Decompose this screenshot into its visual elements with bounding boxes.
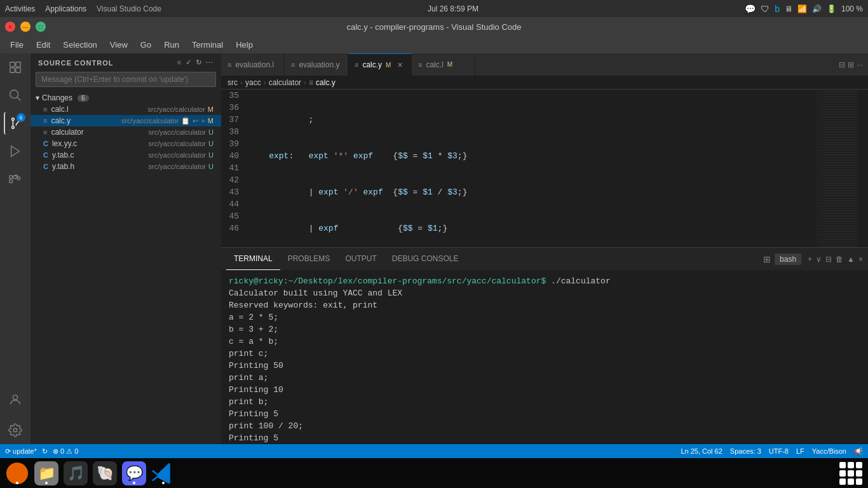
add-icon[interactable]: + [201, 117, 205, 125]
terminal-content[interactable]: ricky@ricky:~/Desktop/lex/compiler-progr… [221, 270, 868, 444]
tab-calc-y[interactable]: ≡ calc.y M × [348, 53, 412, 76]
file-item-calcy[interactable]: ≡ calc.y src/yacc/calculator 📋 ↩ + M [31, 115, 221, 126]
file-item-ytabh[interactable]: C y.tab.h src/yacc/calculator U [31, 161, 221, 172]
bc-item-calculator[interactable]: calculator [269, 78, 301, 87]
shell-add-icon[interactable]: + [808, 255, 812, 264]
tab-evaluation-y[interactable]: ≡ evaluation.y [285, 53, 348, 76]
status-line-ending[interactable]: LF [796, 447, 804, 455]
sidebar-icon-sort[interactable]: ≡ [177, 58, 181, 67]
copy-icon[interactable]: 📋 [181, 117, 190, 125]
tab-close-calc-y[interactable]: × [397, 60, 402, 70]
svg-point-8 [12, 126, 15, 129]
more-actions-icon[interactable]: ··· [857, 60, 863, 69]
svg-point-14 [13, 428, 17, 432]
svg-marker-9 [11, 146, 20, 157]
tab-label-calc-l: calc.l [426, 60, 443, 69]
taskbar-grid[interactable] [839, 461, 863, 485]
close-button[interactable]: × [5, 22, 15, 32]
changes-header[interactable]: ▾ Changes 6 [31, 92, 221, 104]
activity-search[interactable] [4, 84, 27, 107]
svg-rect-1 [16, 62, 20, 67]
file-item-ytabc[interactable]: C y.tab.c src/yacc/calculator U [31, 149, 221, 161]
vscode-label[interactable]: Visual Studio Code [97, 4, 161, 13]
menu-run[interactable]: Run [159, 39, 184, 51]
taskbar-files[interactable]: 📁 [34, 461, 58, 485]
panel-tab-debug[interactable]: DEBUG CONSOLE [384, 248, 466, 270]
status-branch[interactable]: ⟳ update* [5, 447, 37, 456]
sidebar-icon-more[interactable]: ··· [206, 58, 214, 67]
main-layout: 6 SOURCE CONTROL ≡ ✓ ↻ ··· [0, 53, 868, 444]
activity-source-control[interactable]: 6 [4, 112, 27, 135]
code-pane[interactable]: 35 36 37 38 39 40 41 42 43 44 45 46 [221, 90, 868, 247]
undo-icon[interactable]: ↩ [193, 117, 198, 125]
taskbar-firefox[interactable] [5, 461, 29, 485]
kill-terminal-icon[interactable]: 🗑 [836, 255, 843, 264]
file-actions-calcy: 📋 ↩ + [181, 117, 205, 125]
activity-explorer[interactable] [4, 56, 27, 79]
sidebar-icon-check[interactable]: ✓ [186, 58, 192, 67]
maximize-button[interactable]: □ [36, 22, 46, 32]
menu-view[interactable]: View [105, 39, 133, 51]
taskbar-vscode-dot [162, 482, 165, 484]
status-spaces[interactable]: Spaces: 3 [730, 447, 761, 455]
file-item-calcl[interactable]: ≡ calc.l src/yacc/calculator M [31, 104, 221, 115]
status-sync[interactable]: ↻ [42, 447, 48, 456]
panel-tab-terminal[interactable]: TERMINAL [226, 248, 280, 270]
panel-tab-output[interactable]: OUTPUT [337, 248, 384, 270]
sidebar-icon-refresh[interactable]: ↻ [196, 58, 202, 67]
chevron-down-icon: ▾ [36, 93, 39, 102]
panel-tab-problems[interactable]: PROBLEMS [280, 248, 338, 270]
file-name-lexyy: lex.yy.c [52, 139, 144, 148]
status-language[interactable]: Yacc/Bison [812, 447, 846, 455]
bc-item-file[interactable]: ≡calc.y [309, 78, 336, 87]
grid-dot-2 [848, 462, 854, 468]
file-icon-calcy: ≡ [43, 117, 47, 125]
file-path-ytabh: src/yacc/calculator [149, 163, 206, 170]
terminal-line-14: Printing 5 [229, 432, 860, 444]
taskbar-terminal2[interactable]: 🐚 [93, 461, 117, 485]
tab-evaluation-l[interactable]: ≡ evaluation.l [221, 53, 285, 76]
system-bar: Activities Applications Visual Studio Co… [0, 0, 868, 17]
maximize-panel-icon[interactable]: ▲ [847, 255, 855, 264]
taskbar-vscode[interactable] [151, 461, 175, 485]
discord-icon: 💬 [745, 4, 756, 14]
file-path-calcl: src/yacc/calculator [147, 105, 205, 113]
activity-account[interactable] [4, 388, 27, 411]
menu-terminal[interactable]: Terminal [187, 39, 228, 51]
chevron-down-icon2[interactable]: ∨ [816, 255, 822, 264]
file-item-calculator[interactable]: ≡ calculator src/yacc/calculator U [31, 126, 221, 138]
status-errors[interactable]: ⊗ 0 ⚠ 0 [53, 447, 78, 456]
activity-debug[interactable] [4, 140, 27, 163]
grid-dot-7 [839, 478, 846, 485]
file-path-lexyy: src/yacc/calculator [149, 140, 206, 147]
menu-help[interactable]: Help [231, 39, 258, 51]
status-feedback-icon[interactable]: 📢 [854, 447, 863, 456]
taskbar-audio[interactable]: 🎵 [64, 461, 88, 485]
display-icon: 🖥 [785, 4, 792, 13]
taskbar-discord[interactable]: 💬 [122, 461, 146, 485]
grid-dot-4 [839, 470, 846, 477]
split-editor-icon[interactable]: ⊟ [839, 60, 845, 69]
new-terminal-icon[interactable]: ⊞ [763, 254, 771, 264]
activity-settings[interactable] [4, 419, 27, 442]
bc-item-src[interactable]: src [227, 78, 238, 87]
file-item-lexyy[interactable]: C lex.yy.c src/yacc/calculator U [31, 138, 221, 149]
split-terminal-icon[interactable]: ⊟ [825, 255, 832, 264]
menu-edit[interactable]: Edit [31, 39, 55, 51]
activity-extensions[interactable] [4, 168, 27, 191]
status-encoding[interactable]: UTF-8 [769, 447, 789, 455]
bc-item-yacc[interactable]: yacc [245, 78, 261, 87]
applications-menu[interactable]: Applications [45, 4, 86, 13]
activities-label[interactable]: Activities [5, 4, 35, 13]
menu-file[interactable]: File [5, 39, 29, 51]
tab-calc-l[interactable]: ≡ calc.l M [412, 53, 475, 76]
editor-layout-icon[interactable]: ⊞ [848, 60, 854, 69]
close-panel-icon[interactable]: × [858, 255, 863, 264]
svg-rect-2 [10, 68, 15, 72]
commit-message-input[interactable] [36, 72, 216, 87]
file-name-ytabh: y.tab.h [52, 162, 144, 171]
minimize-button[interactable]: — [20, 22, 31, 32]
menu-selection[interactable]: Selection [58, 39, 102, 51]
status-position[interactable]: Ln 25, Col 62 [681, 447, 722, 455]
menu-go[interactable]: Go [135, 39, 156, 51]
